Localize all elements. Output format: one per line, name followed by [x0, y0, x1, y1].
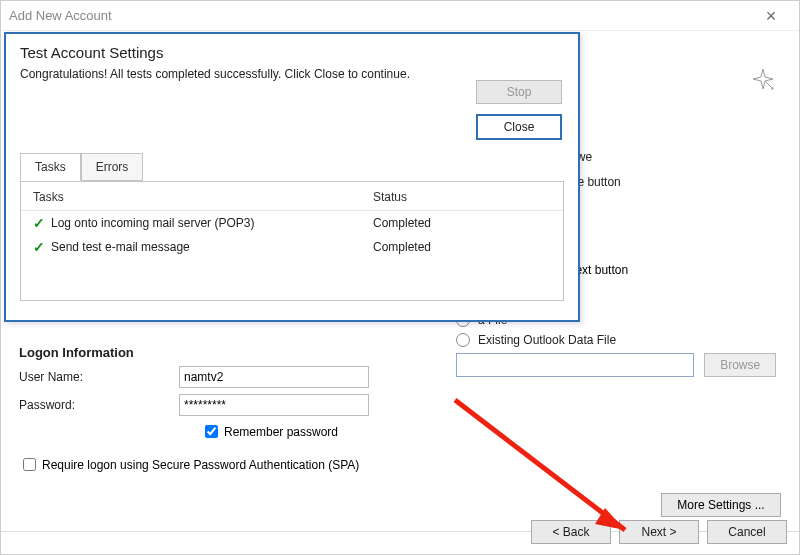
back-button[interactable]: < Back: [531, 520, 611, 544]
test-dialog-title: Test Account Settings: [6, 34, 578, 67]
table-row: ✓Send test e-mail message Completed: [21, 235, 563, 259]
browse-button[interactable]: Browse: [704, 353, 776, 377]
radio-existing[interactable]: [456, 333, 470, 347]
cancel-button[interactable]: Cancel: [707, 520, 787, 544]
task-label: Send test e-mail message: [51, 240, 190, 254]
username-input[interactable]: [179, 366, 369, 388]
spa-checkbox[interactable]: [23, 458, 36, 471]
tab-tasks[interactable]: Tasks: [20, 153, 81, 181]
checkmark-icon: ✓: [33, 239, 45, 255]
task-status: Completed: [373, 240, 431, 254]
task-status: Completed: [373, 216, 431, 230]
next-button[interactable]: Next >: [619, 520, 699, 544]
test-account-settings-dialog: Test Account Settings Congratulations! A…: [4, 32, 580, 322]
password-input[interactable]: [179, 394, 369, 416]
spa-label: Require logon using Secure Password Auth…: [42, 458, 359, 472]
data-file-path-input[interactable]: [456, 353, 694, 377]
radio-existing-label: Existing Outlook Data File: [478, 333, 616, 347]
remember-password-checkbox[interactable]: [205, 425, 218, 438]
window-title: Add New Account: [9, 8, 112, 23]
col-status-header: Status: [373, 190, 407, 204]
task-label: Log onto incoming mail server (POP3): [51, 216, 254, 230]
logon-heading: Logon Information: [19, 345, 369, 360]
titlebar: Add New Account ×: [1, 1, 799, 31]
tab-errors[interactable]: Errors: [81, 153, 144, 181]
radio-existing-row[interactable]: Existing Outlook Data File: [456, 333, 776, 347]
cursor-star-icon: [751, 67, 779, 95]
col-tasks-header: Tasks: [33, 190, 373, 204]
close-button[interactable]: Close: [476, 114, 562, 140]
close-icon[interactable]: ×: [751, 7, 791, 25]
more-settings-button[interactable]: More Settings ...: [661, 493, 781, 517]
tasks-table: Tasks Status ✓Log onto incoming mail ser…: [20, 181, 564, 301]
table-row: ✓Log onto incoming mail server (POP3) Co…: [21, 211, 563, 235]
password-label: Password:: [19, 398, 179, 412]
checkmark-icon: ✓: [33, 215, 45, 231]
stop-button: Stop: [476, 80, 562, 104]
username-label: User Name:: [19, 370, 179, 384]
remember-password-label: Remember password: [224, 425, 338, 439]
